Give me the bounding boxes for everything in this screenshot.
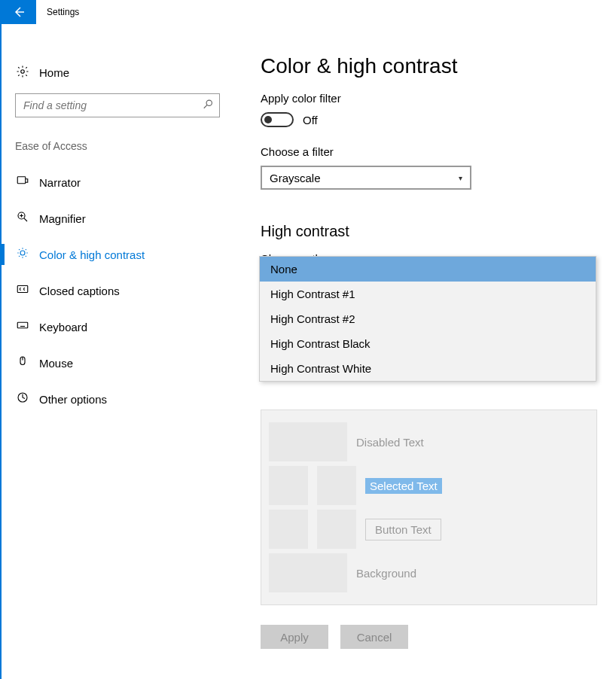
action-row: Apply Cancel (261, 625, 616, 649)
back-button[interactable] (2, 0, 36, 24)
narrator-icon (15, 174, 30, 190)
dropdown-item[interactable]: High Contrast White (260, 356, 596, 381)
dropdown-item[interactable]: High Contrast #2 (260, 306, 596, 331)
color-filter-toggle[interactable] (261, 112, 294, 127)
page-title: Color & high contrast (261, 54, 616, 78)
window-title: Settings (47, 7, 79, 17)
filter-selected-value: Grayscale (270, 172, 321, 184)
dropdown-item[interactable]: High Contrast #1 (260, 282, 596, 306)
search-wrap (2, 93, 233, 117)
dropdown-item[interactable]: High Contrast Black (260, 331, 596, 356)
apply-button[interactable]: Apply (261, 625, 328, 649)
preview-selected-label: Selected Text (365, 478, 442, 494)
search-input[interactable] (16, 99, 219, 111)
toggle-state-label: Off (303, 114, 318, 126)
sidebar: Home Ease of Access Narrator Magnifier C… (2, 24, 233, 679)
sidebar-item-other-options[interactable]: Other options (2, 381, 233, 417)
color-swatch[interactable] (317, 510, 356, 549)
search-box[interactable] (15, 93, 220, 117)
theme-preview-panel: Disabled Text Selected Text Button Text … (261, 410, 597, 605)
sidebar-item-color-high-contrast[interactable]: Color & high contrast (2, 236, 233, 273)
sidebar-item-label: Closed captions (39, 285, 120, 297)
color-filter-toggle-row: Off (261, 112, 616, 127)
svg-point-1 (206, 100, 212, 105)
preview-row-disabled: Disabled Text (269, 422, 589, 461)
color-swatch[interactable] (317, 466, 356, 505)
sidebar-item-mouse[interactable]: Mouse (2, 345, 233, 381)
magnifier-icon (15, 210, 30, 227)
sidebar-item-narrator[interactable]: Narrator (2, 164, 233, 200)
brightness-icon (15, 246, 30, 263)
high-contrast-heading: High contrast (261, 223, 616, 240)
sidebar-home[interactable]: Home (2, 57, 233, 87)
preview-button-label: Button Text (365, 519, 441, 540)
svg-point-0 (21, 69, 25, 73)
search-icon (203, 99, 213, 112)
color-swatch[interactable] (269, 422, 347, 461)
sidebar-item-closed-captions[interactable]: Closed captions (2, 273, 233, 309)
sidebar-item-label: Color & high contrast (39, 248, 145, 261)
svg-rect-10 (17, 322, 28, 328)
titlebar: Settings (0, 0, 616, 24)
sidebar-item-label: Narrator (39, 176, 81, 189)
sidebar-item-label: Keyboard (39, 321, 87, 333)
preview-row-button: Button Text (269, 510, 589, 549)
sidebar-home-label: Home (39, 66, 69, 79)
svg-rect-9 (17, 286, 28, 293)
color-swatch[interactable] (269, 510, 308, 549)
chevron-down-icon: ▾ (459, 174, 462, 182)
preview-row-background: Background (269, 553, 589, 592)
sidebar-item-label: Mouse (39, 357, 73, 370)
choose-filter-label: Choose a filter (261, 145, 616, 158)
sidebar-item-label: Magnifier (39, 212, 86, 225)
sidebar-category: Ease of Access (2, 140, 233, 152)
sidebar-item-label: Other options (39, 393, 107, 406)
arrow-left-icon (13, 6, 25, 18)
filter-select[interactable]: Grayscale ▾ (261, 166, 471, 190)
color-swatch[interactable] (269, 553, 347, 592)
mouse-icon (15, 355, 30, 371)
preview-row-selected: Selected Text (269, 466, 589, 505)
svg-rect-3 (17, 177, 26, 184)
preview-disabled-label: Disabled Text (356, 436, 424, 449)
dropdown-item[interactable]: None (260, 257, 596, 282)
cc-icon (15, 282, 30, 299)
keyboard-icon (15, 318, 30, 335)
other-icon (15, 391, 30, 407)
cancel-button[interactable]: Cancel (340, 625, 408, 649)
gear-icon (15, 65, 30, 81)
sidebar-item-keyboard[interactable]: Keyboard (2, 309, 233, 345)
preview-background-label: Background (356, 567, 416, 580)
color-swatch[interactable] (269, 466, 308, 505)
apply-filter-label: Apply color filter (261, 92, 616, 105)
theme-dropdown[interactable]: None High Contrast #1 High Contrast #2 H… (259, 256, 596, 382)
sidebar-item-magnifier[interactable]: Magnifier (2, 200, 233, 236)
toggle-thumb (264, 116, 272, 123)
svg-point-8 (20, 251, 25, 255)
svg-line-2 (204, 105, 207, 108)
svg-line-5 (24, 218, 27, 221)
